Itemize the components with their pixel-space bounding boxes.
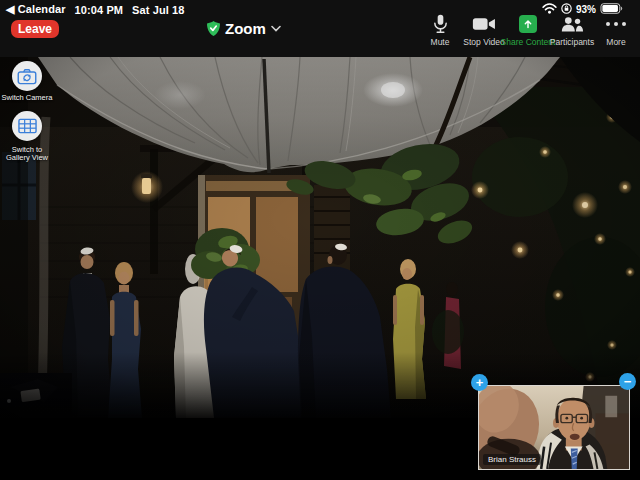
- meeting-toolbar: Mute Stop Video: [418, 14, 638, 47]
- self-view-pip[interactable]: Brian Strauss + −: [478, 385, 630, 470]
- participants-button[interactable]: Participants: [550, 14, 594, 47]
- share-content-icon: [519, 14, 537, 34]
- shield-check-icon: [207, 21, 220, 36]
- microphone-icon: [432, 14, 449, 34]
- video-camera-icon: [472, 14, 496, 34]
- participants-label: Participants: [550, 37, 594, 47]
- pip-expand-button[interactable]: +: [471, 374, 488, 391]
- meeting-title-dropdown[interactable]: Zoom: [207, 18, 281, 38]
- share-content-button[interactable]: Share Content: [506, 14, 550, 47]
- share-content-label: Share Content: [501, 37, 556, 47]
- more-button[interactable]: More: [594, 14, 638, 47]
- pip-name-tag: Brian Strauss: [483, 454, 541, 465]
- participants-icon: [560, 14, 584, 34]
- meeting-title: Zoom: [225, 20, 266, 37]
- leave-button[interactable]: Leave: [11, 20, 59, 38]
- more-ellipsis-icon: [605, 14, 627, 34]
- gallery-view-button[interactable]: [12, 111, 42, 141]
- switch-camera-button[interactable]: [12, 61, 42, 91]
- zoom-meeting-app: ◀ Calendar 10:04 PM Sat Jul 18: [0, 0, 640, 480]
- switch-camera-label: Switch Camera: [0, 94, 65, 102]
- mute-label: Mute: [431, 37, 450, 47]
- stop-video-label: Stop Video: [463, 37, 504, 47]
- plus-icon: +: [476, 376, 484, 389]
- top-chrome: ◀ Calendar 10:04 PM Sat Jul 18: [0, 0, 640, 57]
- self-view-video[interactable]: Brian Strauss: [478, 385, 630, 470]
- back-to-calendar-button[interactable]: ◀ Calendar: [6, 3, 66, 16]
- gallery-grid-icon: [18, 118, 37, 134]
- gallery-view-label: Switch to Gallery View: [0, 146, 65, 162]
- chevron-down-icon: [271, 25, 281, 32]
- pip-minimize-button[interactable]: −: [619, 373, 636, 390]
- stop-video-button[interactable]: Stop Video: [462, 14, 506, 47]
- switch-camera-icon: [17, 68, 37, 85]
- mute-button[interactable]: Mute: [418, 14, 462, 47]
- main-video-feed[interactable]: [0, 57, 640, 418]
- wedding-scene: [0, 57, 640, 418]
- status-date: Sat Jul 18: [132, 4, 184, 16]
- more-label: More: [606, 37, 625, 47]
- status-time: 10:04 PM: [75, 4, 124, 16]
- minus-icon: −: [624, 375, 632, 388]
